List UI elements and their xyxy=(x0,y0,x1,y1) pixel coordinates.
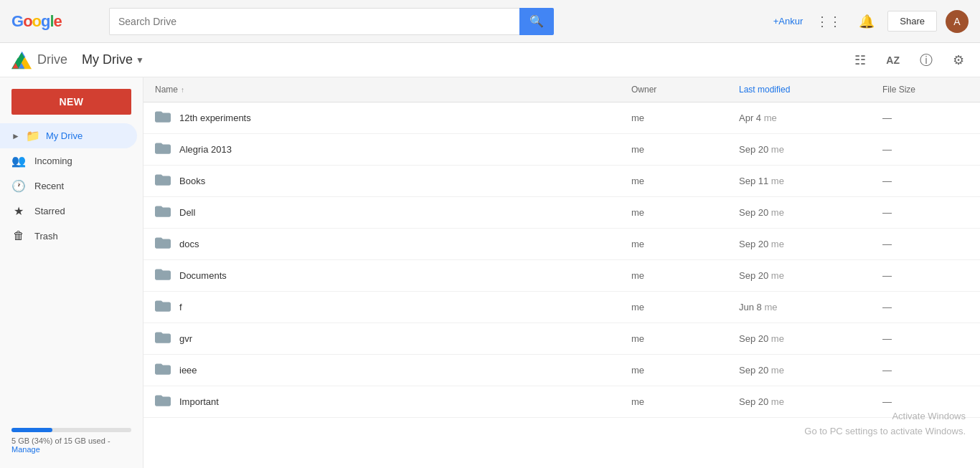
clock-icon: 🕐 xyxy=(11,179,26,193)
file-name: Important xyxy=(179,396,219,407)
topbar-right: +Ankur ⋮⋮ 🔔 Share A xyxy=(773,9,969,34)
people-icon: 👥 xyxy=(11,154,26,168)
file-owner: me xyxy=(631,270,739,281)
sidebar-item-label: Incoming xyxy=(34,156,72,166)
apps-button[interactable]: ⋮⋮ xyxy=(811,9,846,34)
file-modified: Sep 20 me xyxy=(739,396,882,407)
table-header: Name ↑ Owner Last modified File Size xyxy=(143,77,980,102)
share-button[interactable]: Share xyxy=(887,11,937,32)
my-drive-folder-icon: 📁 xyxy=(26,129,40,143)
gear-icon: ⚙ xyxy=(953,52,964,68)
sidebar: NEW ► 📁 My Drive 👥 Incoming 🕐 Recent ★ S… xyxy=(0,77,143,468)
file-name: Alegria 2013 xyxy=(179,144,232,155)
file-owner: me xyxy=(631,333,739,344)
file-size: — xyxy=(882,144,969,155)
file-modified: Jun 8 me xyxy=(739,302,882,312)
file-owner: me xyxy=(631,207,739,218)
file-size: — xyxy=(882,207,969,218)
topbar: Google 🔍 +Ankur ⋮⋮ 🔔 Share A xyxy=(0,0,980,43)
sidebar-item-label: My Drive xyxy=(46,130,83,141)
avatar[interactable]: A xyxy=(946,10,969,33)
table-row[interactable]: Documents me Sep 20 me — xyxy=(143,260,980,292)
sidebar-item-starred[interactable]: ★ Starred xyxy=(0,199,137,224)
file-size: — xyxy=(882,270,969,281)
file-size: — xyxy=(882,396,969,407)
file-owner: me xyxy=(631,176,739,186)
table-row[interactable]: Alegria 2013 me Sep 20 me — xyxy=(143,134,980,166)
file-modified: Sep 20 me xyxy=(739,333,882,344)
file-modified: Sep 20 me xyxy=(739,270,882,281)
folder-icon xyxy=(155,110,171,126)
file-name: gvr xyxy=(179,333,192,344)
search-icon: 🔍 xyxy=(529,14,544,28)
trash-icon: 🗑 xyxy=(11,229,26,242)
google-logo-area: Google xyxy=(11,12,98,31)
drive-label: Drive xyxy=(37,52,67,67)
file-owner: me xyxy=(631,239,739,249)
folder-icon xyxy=(155,393,171,410)
file-size: — xyxy=(882,113,969,123)
sidebar-item-my-drive[interactable]: ► 📁 My Drive xyxy=(0,123,137,148)
file-modified: Sep 20 me xyxy=(739,144,882,155)
file-modified: Sep 20 me xyxy=(739,365,882,376)
info-button[interactable]: ⓘ xyxy=(915,47,937,73)
folder-icon xyxy=(155,299,171,315)
new-button[interactable]: NEW xyxy=(11,89,131,115)
table-row[interactable]: 12th experiments me Apr 4 me — xyxy=(143,102,980,134)
file-size: — xyxy=(882,333,969,344)
settings-button[interactable]: ⚙ xyxy=(948,48,969,72)
file-modified: Sep 20 me xyxy=(739,207,882,218)
sidebar-item-trash[interactable]: 🗑 Trash xyxy=(0,224,137,248)
bell-icon: 🔔 xyxy=(859,14,875,29)
folder-icon xyxy=(155,267,171,284)
file-size: — xyxy=(882,302,969,312)
column-file-size: File Size xyxy=(882,85,969,95)
file-name: Books xyxy=(179,176,205,186)
column-last-modified[interactable]: Last modified xyxy=(739,85,882,95)
sidebar-item-recent[interactable]: 🕐 Recent xyxy=(0,173,137,199)
search-input[interactable] xyxy=(109,8,519,35)
user-link[interactable]: +Ankur xyxy=(773,16,804,27)
name-header-text: Name xyxy=(155,85,178,95)
file-size: — xyxy=(882,176,969,186)
notifications-button[interactable]: 🔔 xyxy=(854,9,879,34)
my-drive-title[interactable]: My Drive ▼ xyxy=(82,52,144,67)
table-row[interactable]: ieee me Sep 20 me — xyxy=(143,355,980,386)
file-owner: me xyxy=(631,113,739,123)
sort-button[interactable]: AZ xyxy=(882,50,904,70)
subtitle-right: ☷ AZ ⓘ ⚙ xyxy=(850,47,969,73)
file-owner: me xyxy=(631,144,739,155)
storage-bar xyxy=(11,428,131,432)
content-area: Name ↑ Owner Last modified File Size 12t… xyxy=(143,77,980,468)
expand-chevron-icon: ► xyxy=(11,131,20,141)
manage-link[interactable]: Manage xyxy=(11,445,40,454)
file-name: 12th experiments xyxy=(179,113,251,123)
table-row[interactable]: Dell me Sep 20 me — xyxy=(143,197,980,229)
table-row[interactable]: docs me Sep 20 me — xyxy=(143,229,980,260)
file-name: f xyxy=(179,302,182,312)
sidebar-item-label: Starred xyxy=(34,206,65,216)
drive-logo xyxy=(11,50,32,70)
file-name-cell: ieee xyxy=(155,362,631,378)
grid-view-button[interactable]: ☷ xyxy=(850,48,870,72)
file-list: 12th experiments me Apr 4 me — Alegria 2… xyxy=(143,102,980,418)
file-name-cell: docs xyxy=(155,236,631,252)
file-name-cell: Important xyxy=(155,393,631,410)
file-modified: Sep 11 me xyxy=(739,176,882,186)
folder-icon xyxy=(155,141,171,158)
file-name-cell: gvr xyxy=(155,330,631,347)
table-row[interactable]: f me Jun 8 me — xyxy=(143,292,980,323)
apps-icon: ⋮⋮ xyxy=(816,14,842,29)
column-name[interactable]: Name ↑ xyxy=(155,85,631,95)
file-name-cell: Dell xyxy=(155,204,631,221)
folder-icon xyxy=(155,236,171,252)
search-button[interactable]: 🔍 xyxy=(519,8,554,35)
sidebar-item-incoming[interactable]: 👥 Incoming xyxy=(0,148,137,173)
file-owner: me xyxy=(631,396,739,407)
info-icon: ⓘ xyxy=(920,52,933,69)
table-row[interactable]: Important me Sep 20 me — xyxy=(143,386,980,418)
column-owner: Owner xyxy=(631,85,739,95)
table-row[interactable]: Books me Sep 11 me — xyxy=(143,166,980,197)
search-area: 🔍 xyxy=(109,8,554,35)
table-row[interactable]: gvr me Sep 20 me — xyxy=(143,323,980,355)
